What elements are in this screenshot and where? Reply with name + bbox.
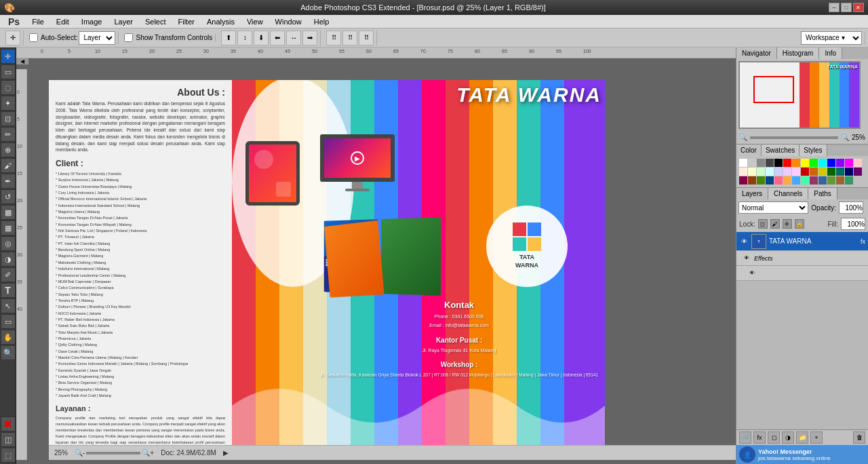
swatch-brown[interactable] bbox=[748, 176, 756, 185]
menu-edit[interactable]: Edit bbox=[51, 16, 75, 27]
blend-mode-select[interactable]: Normal Multiply Screen Overlay bbox=[738, 201, 808, 214]
swatch-dred[interactable] bbox=[801, 168, 809, 176]
brush-tool[interactable]: 🖌 bbox=[1, 158, 16, 173]
swatch-lred[interactable] bbox=[854, 159, 862, 167]
menu-layer[interactable]: Layer bbox=[108, 16, 138, 27]
layer-delete-btn[interactable]: 🗑 bbox=[853, 431, 865, 444]
layer-item-effects[interactable]: 👁 Effects bbox=[736, 251, 868, 266]
swatch-lviolet[interactable] bbox=[783, 168, 791, 176]
zoom-min-icon[interactable]: 🔍 bbox=[739, 134, 747, 141]
lock-position-btn[interactable]: ✛ bbox=[783, 219, 792, 229]
swatch-lorange[interactable] bbox=[739, 168, 747, 176]
swatch-magenta[interactable] bbox=[845, 159, 853, 167]
lock-transparent-btn[interactable]: ◻ bbox=[758, 219, 768, 229]
tab-color[interactable]: Color bbox=[736, 144, 762, 156]
auto-select-dropdown[interactable]: Layer Group bbox=[79, 31, 115, 45]
zoom-out-icon[interactable]: 🔍- bbox=[75, 449, 85, 457]
swatch-gray[interactable] bbox=[757, 159, 765, 167]
scroll-right-btn[interactable]: ▶ bbox=[223, 449, 229, 457]
lasso-tool[interactable]: ◌ bbox=[1, 80, 16, 95]
minimize-button[interactable]: ─ bbox=[829, 3, 840, 12]
crop-tool[interactable]: ⊡ bbox=[1, 111, 16, 126]
zoom-in-icon[interactable]: 🔍+ bbox=[142, 449, 154, 457]
tab-layers[interactable]: Layers bbox=[736, 188, 768, 199]
hand-tool[interactable]: ✋ bbox=[1, 330, 16, 345]
zoom-max-icon[interactable]: 🔍 bbox=[841, 134, 849, 141]
tab-info[interactable]: Info bbox=[819, 47, 842, 59]
workspace-dropdown[interactable]: Workspace ▾ bbox=[801, 31, 862, 45]
align-hcenter-btn[interactable]: ↔ bbox=[286, 31, 301, 45]
swatch-mint[interactable] bbox=[801, 176, 809, 185]
swatch-blue[interactable] bbox=[827, 159, 835, 167]
layer-eye-tata-warna[interactable]: 👁 bbox=[739, 237, 749, 246]
align-right-btn[interactable]: ➡ bbox=[302, 31, 317, 45]
menu-view[interactable]: View bbox=[241, 16, 269, 27]
move-tool-btn[interactable]: ✛ bbox=[5, 31, 20, 45]
zoom-tool[interactable]: 🔍 bbox=[1, 345, 16, 360]
swatch-plum[interactable] bbox=[810, 176, 818, 185]
swatch-tan[interactable] bbox=[836, 176, 844, 185]
eraser-tool[interactable]: ▩ bbox=[1, 205, 16, 220]
swatch-dorange[interactable] bbox=[810, 168, 818, 176]
path-selection[interactable]: ↖ bbox=[1, 298, 16, 313]
tab-paths[interactable]: Paths bbox=[808, 188, 837, 199]
auto-select-checkbox[interactable] bbox=[29, 33, 38, 42]
swatch-orange[interactable] bbox=[792, 159, 800, 167]
layer-style-btn[interactable]: fx bbox=[753, 431, 766, 444]
swatch-jade[interactable] bbox=[845, 176, 853, 185]
foreground-color[interactable]: ■ bbox=[1, 417, 16, 431]
nav-zoom-slider[interactable] bbox=[750, 136, 838, 139]
lock-image-btn[interactable]: 🖌 bbox=[770, 219, 780, 229]
layer-eye-dropshadow[interactable]: 👁 bbox=[747, 269, 757, 278]
swatch-white[interactable] bbox=[739, 159, 747, 167]
eyedropper-tool[interactable]: ✏ bbox=[1, 127, 16, 142]
swatch-skyblue[interactable] bbox=[792, 176, 800, 185]
swatch-steel[interactable] bbox=[818, 176, 827, 185]
tab-histogram[interactable]: Histogram bbox=[777, 47, 820, 59]
show-transform-checkbox[interactable] bbox=[124, 33, 133, 42]
menu-analysis[interactable]: Analysis bbox=[201, 16, 240, 27]
layer-item-tata-warna[interactable]: 👁 T TATA WARNA fx bbox=[736, 232, 868, 251]
swatch-dgray[interactable] bbox=[766, 159, 774, 167]
tab-navigator[interactable]: Navigator bbox=[736, 47, 777, 59]
swatch-dgreen[interactable] bbox=[827, 168, 835, 176]
swatch-lyellow[interactable] bbox=[748, 168, 756, 176]
align-vcenter-btn[interactable]: ↕ bbox=[237, 31, 252, 45]
distribute-btn1[interactable]: ⠿ bbox=[326, 31, 341, 45]
swatch-violet[interactable] bbox=[836, 159, 844, 167]
swatch-navy[interactable] bbox=[766, 176, 774, 185]
lock-all-btn[interactable]: 🔒 bbox=[795, 219, 804, 229]
swatch-green[interactable] bbox=[810, 159, 818, 167]
screen-mode[interactable]: ⬚ bbox=[1, 448, 16, 463]
tab-swatches[interactable]: Swatches bbox=[762, 144, 800, 156]
fill-input[interactable] bbox=[841, 218, 865, 230]
swatch-dblue[interactable] bbox=[845, 168, 853, 176]
align-top-btn[interactable]: ⬆ bbox=[221, 31, 236, 45]
clone-tool[interactable]: ✒ bbox=[1, 174, 16, 189]
quick-mask[interactable]: ◫ bbox=[1, 432, 16, 447]
swatch-dcyan[interactable] bbox=[836, 168, 844, 176]
swatch-red[interactable] bbox=[783, 159, 791, 167]
shape-tool[interactable]: ▭ bbox=[1, 314, 16, 329]
menu-filter[interactable]: Filter bbox=[173, 16, 200, 27]
distribute-btn2[interactable]: ⠿ bbox=[342, 31, 357, 45]
tab-styles[interactable]: Styles bbox=[800, 144, 827, 156]
opacity-input[interactable] bbox=[839, 201, 863, 214]
menu-select[interactable]: Select bbox=[140, 16, 172, 27]
swatch-dviolet[interactable] bbox=[854, 168, 862, 176]
layer-adjustment-btn[interactable]: ◑ bbox=[782, 431, 794, 444]
zoom-slider[interactable] bbox=[86, 452, 140, 455]
swatch-salmon[interactable] bbox=[774, 176, 783, 185]
healing-tool[interactable]: ⊕ bbox=[1, 142, 16, 157]
marquee-tool[interactable]: ▭ bbox=[1, 64, 16, 79]
layer-group-btn[interactable]: 📁 bbox=[796, 431, 808, 444]
gradient-tool[interactable]: ▦ bbox=[1, 220, 16, 235]
magic-wand-tool[interactable]: ✦ bbox=[1, 96, 16, 111]
move-tool[interactable]: ✛ bbox=[1, 49, 16, 64]
swatch-moss[interactable] bbox=[827, 176, 835, 185]
layer-mask-btn[interactable]: ◻ bbox=[768, 431, 780, 444]
text-tool[interactable]: T bbox=[1, 283, 16, 298]
swatch-cyan[interactable] bbox=[818, 159, 827, 167]
maximize-button[interactable]: □ bbox=[841, 3, 852, 12]
pen-tool[interactable]: ✐ bbox=[1, 267, 16, 282]
